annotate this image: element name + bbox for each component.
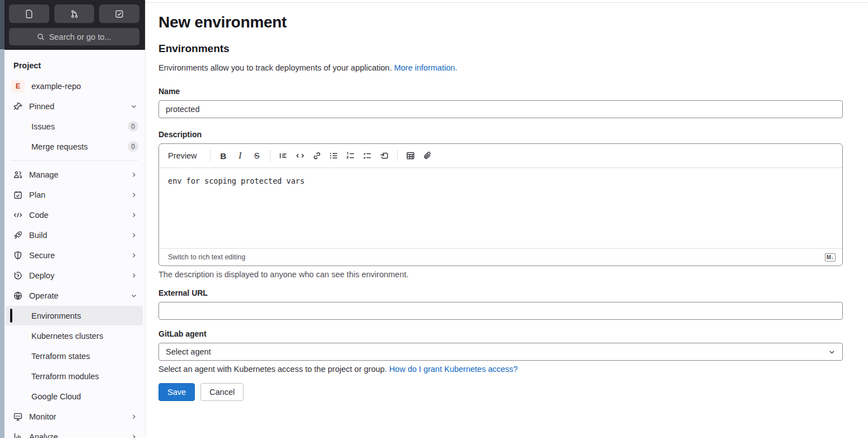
sidebar-item-plan[interactable]: Plan (4, 185, 145, 204)
chevron-right-icon (130, 171, 137, 178)
quote-button[interactable] (276, 148, 291, 163)
page-title: New environment (158, 13, 843, 31)
agent-help-text: Select an agent with Kubernetes access t… (158, 365, 843, 374)
code-icon (296, 151, 305, 160)
form-actions: Save Cancel (158, 383, 843, 401)
sidebar-item-environments[interactable]: Environments (6, 306, 143, 325)
sidebar-section-label: Project (4, 53, 145, 76)
search-placeholder: Search or go to... (49, 32, 111, 41)
numbered-list-button[interactable] (343, 148, 358, 163)
issues-icon (25, 10, 34, 18)
shield-icon (13, 251, 22, 260)
markdown-icon[interactable]: M↓ (825, 253, 836, 262)
link-icon (312, 151, 321, 160)
agent-select-value: Select agent (166, 347, 211, 356)
table-button[interactable] (403, 148, 418, 163)
pinned-label: Pinned (29, 102, 124, 111)
name-label: Name (158, 87, 843, 96)
search-input[interactable]: Search or go to... (9, 28, 139, 45)
sidebar-item-kubernetes-clusters[interactable]: Kubernetes clusters (4, 326, 145, 346)
attach-file-icon (423, 151, 432, 160)
description-label: Description (158, 130, 843, 139)
chevron-right-icon (130, 413, 137, 420)
quote-icon (279, 151, 288, 160)
todo-shortcut-button[interactable] (99, 4, 139, 23)
chevron-right-icon (130, 252, 137, 259)
external-url-label: External URL (158, 288, 843, 297)
sidebar-item-operate[interactable]: Operate (4, 286, 145, 305)
chevron-right-icon (130, 192, 137, 198)
todo-icon (115, 10, 124, 18)
attach-file-button[interactable] (420, 148, 435, 163)
code-icon (13, 211, 22, 220)
chevron-right-icon (130, 212, 137, 218)
toolbar-separator (210, 150, 211, 161)
more-information-link[interactable]: More information. (394, 63, 458, 72)
search-icon (37, 33, 45, 41)
kubernetes-access-link[interactable]: How do I grant Kubernetes access? (389, 365, 518, 374)
chevron-down-icon (828, 348, 836, 356)
sidebar: Search or go to... Project E example-rep… (4, 0, 146, 438)
rocket-icon (13, 231, 22, 240)
sidebar-item-secure[interactable]: Secure (4, 245, 145, 265)
task-list-button[interactable] (360, 148, 375, 163)
deploy-icon (13, 271, 22, 280)
external-url-input[interactable] (158, 302, 843, 320)
strikethrough-button[interactable]: S (250, 148, 264, 163)
chevron-right-icon (130, 272, 137, 279)
sidebar-item-monitor[interactable]: Monitor (4, 407, 145, 426)
sidebar-topbar: Search or go to... (4, 0, 145, 50)
sidebar-item-deploy[interactable]: Deploy (4, 265, 145, 285)
link-button[interactable] (310, 148, 324, 163)
toolbar-separator (270, 150, 270, 161)
sidebar-item-analyze[interactable]: Analyze (4, 427, 145, 438)
description-textarea[interactable]: env for scoping protected vars (159, 168, 842, 248)
chevron-right-icon (130, 434, 137, 438)
sidebar-item-terraform-modules[interactable]: Terraform modules (4, 366, 145, 386)
sidebar-item-google-cloud[interactable]: Google Cloud (4, 386, 145, 406)
numbered-list-icon (346, 151, 355, 160)
markdown-editor: Preview B I S (158, 143, 843, 266)
merge-requests-shortcut-button[interactable] (54, 4, 95, 23)
markdown-editor-footer: Switch to rich text editing M↓ (159, 248, 842, 265)
app-window: Search or go to... Project E example-rep… (0, 0, 868, 438)
gitlab-agent-label: GitLab agent (158, 329, 843, 338)
code-button[interactable] (293, 148, 307, 163)
toolbar-separator (397, 150, 398, 161)
collapsible-section-button[interactable] (377, 148, 391, 163)
bold-button[interactable]: B (216, 148, 231, 163)
merge-requests-icon (70, 10, 79, 18)
collapsible-section-icon (380, 151, 389, 160)
italic-button[interactable]: I (233, 148, 248, 163)
description-help-text: The description is displayed to anyone w… (158, 270, 843, 279)
main-content: New environment Environments Environment… (146, 0, 868, 438)
sidebar-item-terraform-states[interactable]: Terraform states (4, 346, 145, 366)
calendar-icon (13, 190, 22, 199)
sidebar-item-issues[interactable]: Issues 0 (4, 117, 145, 136)
agent-select[interactable]: Select agent (158, 343, 843, 361)
project-name: example-repo (31, 82, 138, 91)
issues-shortcut-button[interactable] (9, 4, 49, 23)
switch-rich-text-link[interactable]: Switch to rich text editing (168, 253, 245, 261)
window-edge-strip (0, 0, 4, 438)
bulleted-list-icon (329, 151, 338, 160)
sidebar-item-manage[interactable]: Manage (4, 165, 145, 184)
cancel-button[interactable]: Cancel (200, 383, 244, 401)
sidebar-item-merge-requests[interactable]: Merge requests 0 (4, 137, 145, 156)
chevron-down-icon (130, 103, 137, 110)
table-icon (406, 151, 415, 160)
save-button[interactable]: Save (158, 383, 195, 401)
monitor-icon (13, 412, 22, 421)
task-list-icon (363, 151, 372, 160)
markdown-toolbar: Preview B I S (159, 144, 842, 168)
users-icon (13, 170, 22, 179)
sidebar-item-build[interactable]: Build (4, 225, 145, 245)
active-indicator (10, 309, 12, 323)
sidebar-item-code[interactable]: Code (4, 205, 145, 225)
name-input[interactable] (158, 100, 843, 118)
intro-text: Environments allow you to track deployme… (158, 63, 843, 72)
sidebar-item-pinned[interactable]: Pinned (4, 96, 145, 116)
sidebar-item-project[interactable]: E example-repo (4, 76, 145, 96)
preview-tab[interactable]: Preview (168, 151, 197, 160)
bulleted-list-button[interactable] (326, 148, 341, 163)
